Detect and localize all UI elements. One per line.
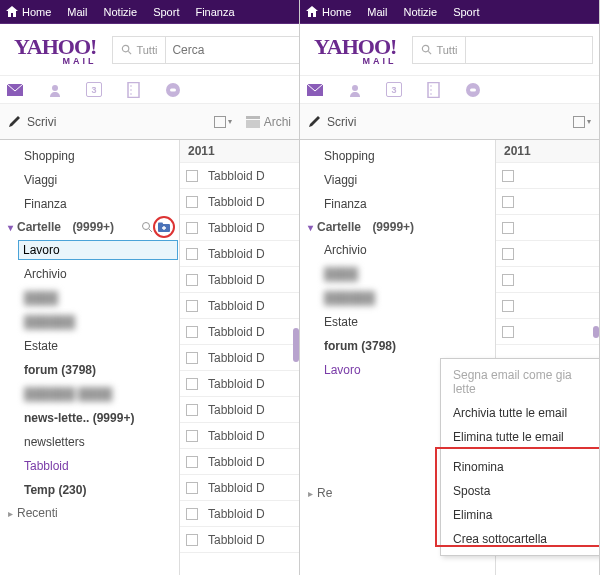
message-row[interactable]: Tabbloid D bbox=[180, 267, 299, 293]
sidebar-item[interactable]: ████ bbox=[300, 262, 495, 286]
nav-sport[interactable]: Sport bbox=[453, 6, 479, 18]
checkbox[interactable] bbox=[186, 352, 198, 364]
message-row[interactable]: Tabbloid D bbox=[180, 527, 299, 553]
compose-button[interactable]: Scrivi bbox=[8, 115, 56, 129]
message-row[interactable]: Tabbloid D bbox=[180, 501, 299, 527]
sidebar-item[interactable]: Estate bbox=[300, 310, 495, 334]
add-folder-button[interactable] bbox=[157, 220, 171, 234]
message-row[interactable] bbox=[496, 241, 599, 267]
message-row[interactable]: Tabbloid D bbox=[180, 215, 299, 241]
menu-move[interactable]: Sposta bbox=[441, 479, 600, 503]
search-input[interactable] bbox=[166, 43, 300, 57]
nav-mail[interactable]: Mail bbox=[67, 6, 87, 18]
sidebar-item[interactable]: ██████ ████ bbox=[0, 382, 179, 406]
menu-delete[interactable]: Elimina bbox=[441, 503, 600, 527]
sidebar-item[interactable]: Shopping bbox=[300, 144, 495, 168]
checkbox[interactable] bbox=[186, 508, 198, 520]
checkbox[interactable] bbox=[186, 378, 198, 390]
notes-icon[interactable] bbox=[124, 81, 142, 99]
checkbox[interactable] bbox=[186, 326, 198, 338]
checkbox[interactable] bbox=[186, 300, 198, 312]
message-row[interactable]: Tabbloid D bbox=[180, 319, 299, 345]
sidebar-item[interactable]: Archivio bbox=[300, 238, 495, 262]
search-scope[interactable]: Tutti bbox=[113, 37, 166, 63]
checkbox[interactable] bbox=[502, 222, 514, 234]
checkbox[interactable] bbox=[502, 248, 514, 260]
new-folder-input[interactable] bbox=[18, 240, 178, 260]
sidebar-item[interactable]: Finanza bbox=[0, 192, 179, 216]
nav-mail[interactable]: Mail bbox=[367, 6, 387, 18]
cartelle-header[interactable]: ▾ Cartelle (9999+) bbox=[0, 216, 179, 238]
contacts-icon[interactable] bbox=[46, 81, 64, 99]
search-box[interactable]: Tutti bbox=[412, 36, 593, 64]
checkbox[interactable] bbox=[186, 456, 198, 468]
calendar-icon[interactable]: 3 bbox=[86, 82, 102, 97]
message-row[interactable]: Tabbloid D bbox=[180, 163, 299, 189]
checkbox[interactable] bbox=[186, 248, 198, 260]
message-row[interactable]: Tabbloid D bbox=[180, 475, 299, 501]
message-row[interactable] bbox=[496, 215, 599, 241]
archive-button[interactable]: Archi bbox=[246, 115, 291, 129]
scrollbar-thumb[interactable] bbox=[593, 326, 599, 338]
checkbox[interactable] bbox=[186, 404, 198, 416]
checkbox[interactable] bbox=[186, 274, 198, 286]
logo[interactable]: YAHOO! MAIL bbox=[314, 34, 396, 66]
sidebar-item[interactable]: Estate bbox=[0, 334, 179, 358]
sidebar-item[interactable]: ██████ bbox=[0, 310, 179, 334]
menu-create-subfolder[interactable]: Crea sottocartella bbox=[441, 527, 600, 551]
app-icon[interactable] bbox=[464, 81, 482, 99]
recenti-header[interactable]: ▸ Recenti bbox=[0, 502, 179, 524]
message-row[interactable]: Tabbloid D bbox=[180, 345, 299, 371]
nav-sport[interactable]: Sport bbox=[153, 6, 179, 18]
checkbox[interactable] bbox=[502, 196, 514, 208]
message-row[interactable]: Tabbloid D bbox=[180, 189, 299, 215]
nav-finanza[interactable]: Finanza bbox=[195, 6, 234, 18]
checkbox[interactable] bbox=[502, 326, 514, 338]
sidebar-item[interactable]: forum (3798) bbox=[0, 358, 179, 382]
sidebar-item[interactable]: ████ bbox=[0, 286, 179, 310]
sidebar-item[interactable]: forum (3798) bbox=[300, 334, 495, 358]
search-icon[interactable] bbox=[141, 221, 153, 233]
menu-archive-all[interactable]: Archivia tutte le email bbox=[441, 401, 600, 425]
search-box[interactable]: Tutti bbox=[112, 36, 300, 64]
sidebar-item[interactable]: Archivio bbox=[0, 262, 179, 286]
checkbox[interactable] bbox=[502, 274, 514, 286]
sidebar-item[interactable]: Tabbloid bbox=[0, 454, 179, 478]
sidebar-item[interactable]: newsletters bbox=[0, 430, 179, 454]
app-icon[interactable] bbox=[164, 81, 182, 99]
sidebar-item[interactable]: Temp (230) bbox=[0, 478, 179, 502]
mail-icon[interactable] bbox=[306, 81, 324, 99]
contacts-icon[interactable] bbox=[346, 81, 364, 99]
checkbox[interactable] bbox=[186, 430, 198, 442]
checkbox[interactable] bbox=[186, 534, 198, 546]
logo[interactable]: YAHOO! MAIL bbox=[14, 34, 96, 66]
message-row[interactable]: Tabbloid D bbox=[180, 423, 299, 449]
mail-icon[interactable] bbox=[6, 81, 24, 99]
message-row[interactable] bbox=[496, 189, 599, 215]
scrollbar-thumb[interactable] bbox=[293, 328, 299, 362]
message-row[interactable] bbox=[496, 267, 599, 293]
notes-icon[interactable] bbox=[424, 81, 442, 99]
message-row[interactable]: Tabbloid D bbox=[180, 449, 299, 475]
select-all[interactable]: ▾ bbox=[214, 116, 232, 128]
message-row[interactable] bbox=[496, 293, 599, 319]
checkbox[interactable] bbox=[502, 300, 514, 312]
search-scope[interactable]: Tutti bbox=[413, 37, 466, 63]
sidebar-item[interactable]: Finanza bbox=[300, 192, 495, 216]
nav-home[interactable]: Home bbox=[6, 6, 51, 18]
checkbox[interactable] bbox=[502, 170, 514, 182]
checkbox[interactable] bbox=[186, 170, 198, 182]
message-row[interactable]: Tabbloid D bbox=[180, 293, 299, 319]
calendar-icon[interactable]: 3 bbox=[386, 82, 402, 97]
checkbox[interactable] bbox=[186, 222, 198, 234]
checkbox[interactable] bbox=[186, 482, 198, 494]
message-row[interactable] bbox=[496, 163, 599, 189]
cartelle-header[interactable]: ▾ Cartelle (9999+) bbox=[300, 216, 495, 238]
nav-notizie[interactable]: Notizie bbox=[404, 6, 438, 18]
message-row[interactable]: Tabbloid D bbox=[180, 397, 299, 423]
sidebar-item[interactable]: Viaggi bbox=[0, 168, 179, 192]
nav-notizie[interactable]: Notizie bbox=[104, 6, 138, 18]
nav-home[interactable]: Home bbox=[306, 6, 351, 18]
menu-delete-all[interactable]: Elimina tutte le email bbox=[441, 425, 600, 449]
sidebar-item[interactable]: ██████ bbox=[300, 286, 495, 310]
